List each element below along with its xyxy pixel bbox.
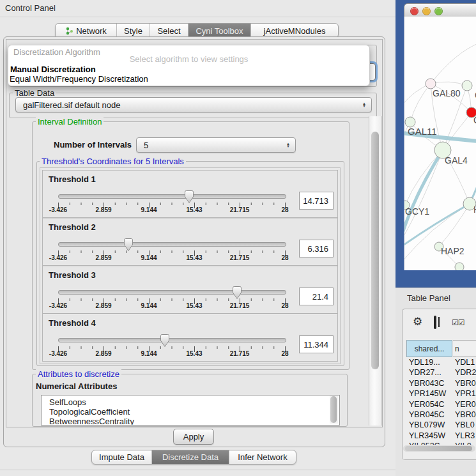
attributes-scrollbar-thumb[interactable] xyxy=(330,396,337,423)
tick-label: 21.715 xyxy=(224,254,256,261)
network-edge xyxy=(439,204,470,247)
column-header-name[interactable]: n xyxy=(453,340,476,357)
tick-label: 15.43 xyxy=(178,350,210,357)
network-node-label: C xyxy=(473,115,476,125)
zoom-traffic-light-icon[interactable] xyxy=(434,7,443,15)
table-cell-name[interactable]: YLR3 xyxy=(455,431,475,440)
attribute-list-item[interactable]: SelfLoops xyxy=(42,395,339,407)
network-node-label: GAL80 xyxy=(433,88,461,98)
tick-label: 15.43 xyxy=(178,302,210,309)
network-node-label: HAP2 xyxy=(441,246,464,256)
number-of-intervals-combobox[interactable]: 5 ▲▼ xyxy=(136,137,296,153)
slider-handle[interactable] xyxy=(184,190,194,204)
threshold-value-field[interactable]: 6.316 xyxy=(299,240,334,257)
tick-label: 9.144 xyxy=(133,206,165,213)
table-data-title: Table Data xyxy=(13,88,56,98)
attributes-scrollbar-track[interactable] xyxy=(330,395,338,424)
tick-label: 2.859 xyxy=(88,206,119,213)
slider-handle[interactable] xyxy=(160,334,170,348)
table-hscrollbar-track[interactable] xyxy=(403,445,475,452)
attribute-list-item[interactable]: TopologicalCoefficient xyxy=(42,407,339,417)
table-cell-name[interactable]: YDL1 xyxy=(455,358,475,367)
numerical-attributes-label: Numerical Attributes xyxy=(36,381,117,391)
table-cell-shared-name[interactable]: YLR345W xyxy=(409,431,445,440)
network-node[interactable] xyxy=(462,81,472,91)
popup-item-manual[interactable]: Manual Discretization xyxy=(10,65,96,74)
tab-network[interactable]: Network xyxy=(56,24,117,38)
tab-style[interactable]: Style xyxy=(117,24,150,38)
tab-jactivemnodules[interactable]: jActiveMNodules xyxy=(251,24,338,38)
numerical-attributes-list[interactable]: SelfLoopsTopologicalCoefficientBetweenne… xyxy=(41,395,340,426)
tab-label: Infer Network xyxy=(238,452,287,462)
table-cell-name[interactable]: YDR2 xyxy=(455,368,476,377)
table-cell-name[interactable]: YBR0 xyxy=(455,410,476,419)
threshold-value-field[interactable]: 21.4 xyxy=(299,288,334,305)
slider-track[interactable] xyxy=(58,338,286,342)
table-hscrollbar-thumb[interactable] xyxy=(405,446,472,451)
tick-label: 9.144 xyxy=(133,350,165,357)
main-scrollbar-thumb[interactable] xyxy=(371,132,379,369)
tick-label: -3.426 xyxy=(42,302,74,309)
minimize-traffic-light-icon[interactable] xyxy=(422,7,431,15)
table-data-value: galFiltered.sif default node xyxy=(16,100,360,110)
table-panel-header: Table Panel xyxy=(395,288,476,307)
network-window-titlebar[interactable] xyxy=(404,3,476,17)
tick-label: 28 xyxy=(269,254,301,261)
split-columns-icon[interactable] xyxy=(434,316,436,329)
attribute-list-item[interactable]: BetweennessCentrality xyxy=(42,417,339,426)
tab-cyni-toolbox[interactable]: Cyni Toolbox xyxy=(188,24,251,38)
network-node-label: GAL4 xyxy=(445,155,468,165)
tick-label: 21.715 xyxy=(224,206,256,213)
threshold-label: Threshold 1 xyxy=(49,174,96,184)
tab-discretize-data[interactable]: Discretize Data xyxy=(152,450,229,464)
table-cell-shared-name[interactable]: YBR045C xyxy=(409,410,445,419)
slider-handle[interactable] xyxy=(123,238,134,252)
table-cell-shared-name[interactable]: YBR043C xyxy=(409,379,445,388)
network-canvas[interactable]: GAL80GACGAL11GAL4GCY1HHAP2 xyxy=(404,17,476,270)
network-icon xyxy=(65,27,73,35)
threshold-panel-2: Threshold 2-3.4262.8599.14415.4321.71528… xyxy=(42,218,338,266)
table-cell-name[interactable]: YBL0 xyxy=(455,420,475,429)
tick-label: 2.859 xyxy=(88,254,119,261)
tick-label: -3.426 xyxy=(42,350,74,357)
table-cell-shared-name[interactable]: YDL19... xyxy=(409,358,440,367)
gear-icon[interactable]: ⚙ xyxy=(413,315,422,328)
column-header-shared-name[interactable]: shared... xyxy=(406,340,452,357)
tab-select[interactable]: Select xyxy=(150,24,188,38)
table-cell-shared-name[interactable]: YIL052C xyxy=(409,441,440,445)
checkboxes-icon[interactable]: ☑☑ xyxy=(452,318,464,327)
table-cell-name[interactable]: YPR1 xyxy=(455,389,476,398)
slider-handle[interactable] xyxy=(232,286,242,300)
table-cell-name[interactable]: YER0 xyxy=(455,400,476,409)
slider-track[interactable] xyxy=(58,194,286,199)
tab-impute-data[interactable]: Impute Data xyxy=(92,450,152,464)
network-node[interactable] xyxy=(455,263,464,270)
threshold-value-field[interactable]: 11.344 xyxy=(299,335,334,353)
popup-item-equal-width[interactable]: Equal Width/Frequency Discretization xyxy=(10,74,148,84)
apply-button[interactable]: Apply xyxy=(173,429,214,445)
table-cell-shared-name[interactable]: YBL079W xyxy=(409,420,445,429)
table-cell-shared-name[interactable]: YER054C xyxy=(409,400,445,409)
slider-track[interactable] xyxy=(58,242,286,247)
table-data-combobox[interactable]: galFiltered.sif default node ▲▼ xyxy=(15,97,372,112)
tab-infer-network[interactable]: Infer Network xyxy=(229,450,296,464)
stepper-icon: ▲▼ xyxy=(360,102,369,107)
threshold-panel-1: Threshold 1-3.4262.8599.14415.4321.71528… xyxy=(42,170,338,218)
table-cell-shared-name[interactable]: YPR145W xyxy=(409,389,446,398)
table-cell-name[interactable]: YIL0 xyxy=(455,441,472,445)
table-cell-name[interactable]: YBR0 xyxy=(455,379,476,388)
popup-placeholder-item[interactable]: Select algorithm to view settings xyxy=(8,54,369,64)
tick-label: -3.426 xyxy=(42,254,74,261)
tab-label: Network xyxy=(76,26,107,36)
network-edge xyxy=(431,42,476,84)
main-scrollbar-track[interactable] xyxy=(369,116,382,426)
close-traffic-light-icon[interactable] xyxy=(410,7,418,15)
stepper-icon: ▲▼ xyxy=(284,142,293,148)
table-cell-shared-name[interactable]: YDR27... xyxy=(409,368,441,377)
tab-label: Style xyxy=(124,26,142,36)
network-node[interactable] xyxy=(426,79,436,89)
tab-label: jActiveMNodules xyxy=(264,26,326,36)
network-edge xyxy=(431,82,467,86)
slider-track[interactable] xyxy=(58,290,286,295)
threshold-value-field[interactable]: 14.713 xyxy=(299,192,334,210)
